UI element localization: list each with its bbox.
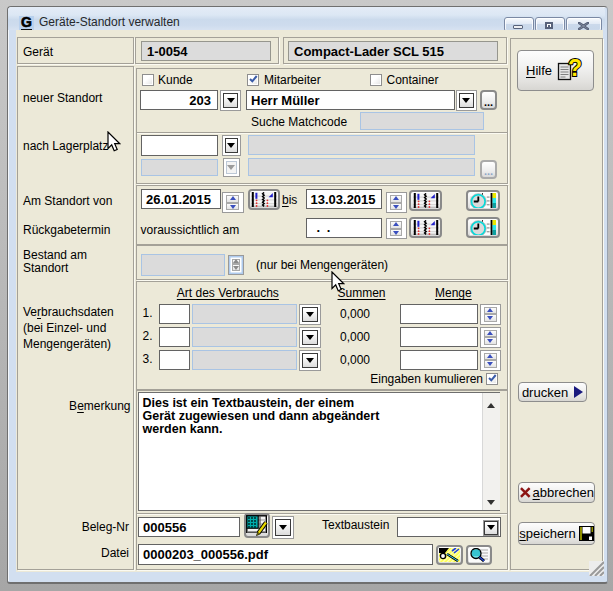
svg-text:?: ?	[568, 57, 582, 81]
